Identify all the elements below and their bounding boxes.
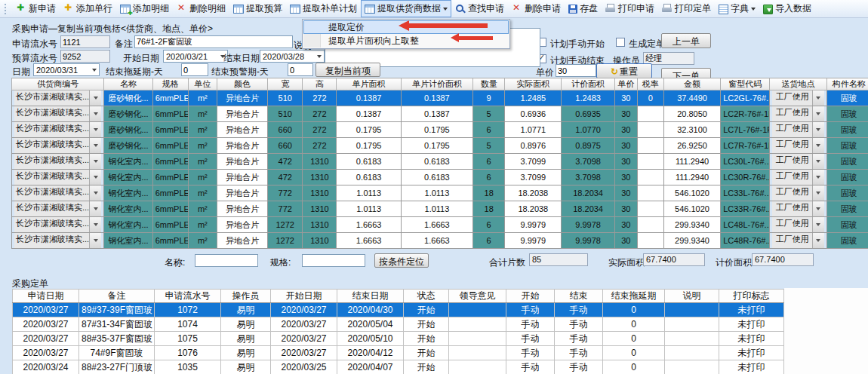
- grid-header-cell[interactable]: 数量: [473, 78, 505, 90]
- grid-header-cell[interactable]: 打印标志: [719, 290, 784, 303]
- grid-cell[interactable]: 6mmPLE...: [152, 106, 188, 122]
- grid-cell[interactable]: [637, 154, 663, 170]
- order-cell[interactable]: 未打印: [719, 317, 784, 332]
- grid-cell[interactable]: 3.7098: [562, 170, 614, 185]
- grid-cell[interactable]: 1.2485: [505, 90, 562, 106]
- grid-cell[interactable]: 长沙市潇湘玻璃实...: [12, 122, 104, 138]
- order-cell[interactable]: 手动: [555, 303, 603, 317]
- grid-cell[interactable]: 18: [473, 201, 505, 217]
- grid-cell[interactable]: 26.9250: [663, 138, 720, 154]
- copy-current-button[interactable]: 复制当前项: [315, 63, 380, 77]
- grid-cell[interactable]: 37.4490: [663, 90, 720, 106]
- grid-row[interactable]: 长沙市潇湘玻璃实...钢化室内...6mmPLE...m²异地合片1272131…: [12, 233, 868, 249]
- dropdown-arrow-icon[interactable]: [812, 201, 824, 216]
- grid-header-cell[interactable]: 结束: [555, 290, 603, 303]
- grid-header-cell[interactable]: 单价: [614, 78, 637, 90]
- grid-cell[interactable]: 工厂使用: [770, 122, 826, 138]
- grid-cell[interactable]: 6mmPLE...: [152, 170, 188, 185]
- order-cell[interactable]: 开始: [404, 303, 449, 317]
- grid-cell[interactable]: 0: [637, 90, 663, 106]
- grid-cell[interactable]: 1.0770: [562, 122, 614, 138]
- order-cell[interactable]: 1072: [155, 303, 221, 317]
- grid-cell[interactable]: 1.6663: [337, 217, 401, 233]
- grid-cell[interactable]: 32.3100: [663, 122, 720, 138]
- start-date-combo[interactable]: 2020/03/21: [163, 50, 228, 63]
- grid-cell[interactable]: 固玻: [826, 154, 868, 170]
- dropdown-arrow-icon[interactable]: [812, 90, 824, 106]
- grid-cell[interactable]: 0.8975: [562, 138, 614, 154]
- order-cell[interactable]: [665, 332, 719, 346]
- dropdown-arrow-icon[interactable]: [812, 154, 824, 169]
- grid-cell[interactable]: 6mmPLE...: [152, 233, 188, 249]
- dropdown-arrow-icon[interactable]: [89, 201, 101, 216]
- grid-cell[interactable]: 30: [614, 122, 637, 138]
- order-cell[interactable]: 易明: [221, 360, 271, 374]
- grid-cell[interactable]: LC2R-76#-1F: [721, 106, 770, 122]
- order-cell[interactable]: 2020/05/04: [337, 317, 404, 332]
- grid-header-cell[interactable]: 窗型代码: [721, 78, 770, 90]
- toolbar-dictionary[interactable]: 字典: [715, 0, 759, 17]
- order-cell[interactable]: 手动: [506, 332, 555, 346]
- filter-name-input[interactable]: [195, 254, 258, 267]
- order-row[interactable]: 2020/03/2788#35-37F窗固玻1075易明2020/03/2720…: [13, 332, 784, 346]
- grid-cell[interactable]: [637, 185, 663, 201]
- order-cell[interactable]: 1075: [155, 332, 221, 346]
- grid-cell[interactable]: 1310: [303, 154, 337, 170]
- grid-cell[interactable]: 磨砂钢化...: [104, 122, 152, 138]
- order-cell[interactable]: 1076: [155, 346, 221, 360]
- order-cell[interactable]: [665, 346, 719, 360]
- grid-row[interactable]: 长沙市潇湘玻璃实...磨砂钢化...6mmPLE...m²异地合片5102720…: [12, 90, 868, 106]
- grid-cell[interactable]: 660: [268, 122, 303, 138]
- order-cell[interactable]: 易明: [221, 346, 271, 360]
- grid-cell[interactable]: 9.9979: [505, 217, 562, 233]
- order-cell[interactable]: 2020/03/27: [271, 303, 337, 317]
- grid-cell[interactable]: 异地合片: [217, 122, 267, 138]
- grid-cell[interactable]: 固玻: [826, 217, 868, 233]
- grid-header-cell[interactable]: 税率: [637, 78, 663, 90]
- grid-cell[interactable]: LC7R-76#-1FO: [721, 138, 770, 154]
- order-cell[interactable]: 2020/05/10: [337, 332, 404, 346]
- grid-cell[interactable]: 1.0771: [505, 122, 562, 138]
- grid-cell[interactable]: 钢化室内...: [104, 154, 152, 170]
- order-cell[interactable]: 易明: [221, 317, 271, 332]
- grid-header-cell[interactable]: 单片面积: [337, 78, 401, 90]
- order-cell[interactable]: 2020/03/25: [271, 360, 337, 374]
- grid-cell[interactable]: 472: [268, 154, 303, 170]
- grid-row[interactable]: 长沙市潇湘玻璃实...钢化室内...6mmPLE...m²异地合片4721310…: [12, 170, 868, 185]
- grid-cell[interactable]: 固玻: [826, 233, 868, 249]
- checkbox-generate-order[interactable]: [616, 38, 625, 47]
- grid-cell[interactable]: 异地合片: [217, 106, 267, 122]
- grid-cell[interactable]: 546.1020: [663, 185, 720, 201]
- grid-row[interactable]: 长沙市潇湘玻璃实...磨砂钢化...6mmPLE...m²异地合片6602720…: [12, 138, 868, 154]
- dropdown-arrow-icon[interactable]: [89, 233, 101, 248]
- grid-cell[interactable]: 272: [303, 138, 337, 154]
- grid-cell[interactable]: 18: [473, 185, 505, 201]
- grid-cell[interactable]: 272: [303, 106, 337, 122]
- grid-cell[interactable]: m²: [188, 154, 217, 170]
- grid-cell[interactable]: 固玻: [826, 170, 868, 185]
- order-cell[interactable]: 74#9F窗固玻: [79, 346, 155, 360]
- order-cell[interactable]: [665, 317, 719, 332]
- dropdown-arrow-icon[interactable]: [89, 122, 101, 137]
- order-row[interactable]: 2020/03/2789#37-39F窗固玻1072易明2020/03/2720…: [13, 303, 784, 317]
- grid-cell[interactable]: 异地合片: [217, 217, 267, 233]
- dropdown-arrow-icon[interactable]: [812, 106, 824, 121]
- order-cell[interactable]: 手动: [506, 303, 555, 317]
- grid-cell[interactable]: 30: [614, 90, 637, 106]
- grid-cell[interactable]: [637, 233, 663, 249]
- toolbar-add-detail[interactable]: 添加明细: [116, 0, 173, 17]
- grid-cell[interactable]: 0.1387: [337, 90, 401, 106]
- grid-cell[interactable]: 772: [268, 185, 303, 201]
- grid-cell[interactable]: 工厂使用: [770, 217, 826, 233]
- grid-header-cell[interactable]: 规格: [152, 78, 188, 90]
- order-cell[interactable]: [449, 360, 506, 374]
- dropdown-arrow-icon[interactable]: [812, 122, 824, 137]
- grid-header-cell[interactable]: 供货商编号: [12, 78, 104, 90]
- dropdown-arrow-icon[interactable]: [89, 217, 101, 232]
- grid-cell[interactable]: 工厂使用: [770, 154, 826, 170]
- grid-cell[interactable]: 772: [268, 201, 303, 217]
- grid-header-cell[interactable]: 状态: [404, 290, 449, 303]
- order-cell[interactable]: 2020/04/07: [337, 360, 404, 374]
- grid-header-cell[interactable]: 结束日期: [337, 290, 404, 303]
- grid-cell[interactable]: 1310: [303, 185, 337, 201]
